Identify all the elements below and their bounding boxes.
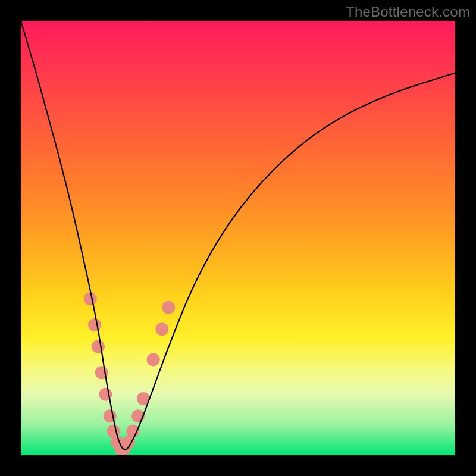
data-marker (147, 353, 160, 366)
chart-frame: TheBottleneck.com (0, 0, 476, 476)
bottleneck-curve (21, 21, 455, 450)
markers-group (84, 292, 175, 455)
data-marker (162, 301, 175, 314)
watermark-text: TheBottleneck.com (346, 4, 470, 20)
data-marker (84, 292, 97, 305)
data-marker (92, 340, 105, 353)
plot-area (21, 21, 455, 455)
data-marker (155, 322, 168, 336)
data-marker (88, 318, 101, 331)
curve-layer (21, 21, 455, 455)
